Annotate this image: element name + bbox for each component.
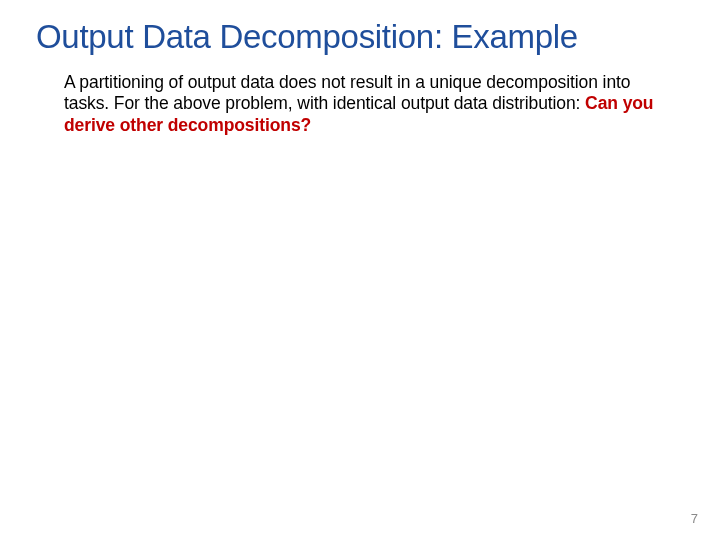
slide-title: Output Data Decomposition: Example: [36, 18, 684, 56]
body-line-1: A partitioning of output data does not r…: [64, 72, 598, 92]
slide-body: A partitioning of output data does not r…: [36, 72, 684, 136]
body-paragraph: A partitioning of output data does not r…: [64, 72, 674, 136]
page-number: 7: [691, 511, 698, 526]
slide-container: Output Data Decomposition: Example A par…: [0, 0, 720, 540]
